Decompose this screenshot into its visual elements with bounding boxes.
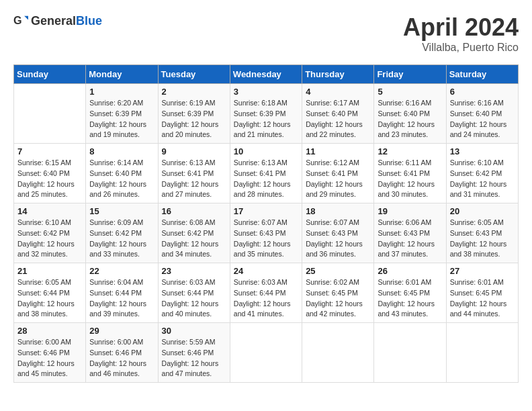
calendar-day-cell: 2Sunrise: 6:19 AMSunset: 6:39 PMDaylight… [158, 84, 230, 144]
day-info: Sunrise: 6:01 AMSunset: 6:45 PMDaylight:… [450, 277, 515, 320]
calendar-day-cell [374, 323, 446, 383]
day-number: 11 [306, 146, 370, 156]
day-info: Sunrise: 6:03 AMSunset: 6:44 PMDaylight:… [234, 277, 298, 320]
day-info: Sunrise: 6:16 AMSunset: 6:40 PMDaylight:… [450, 98, 515, 140]
calendar-day-cell: 23Sunrise: 6:03 AMSunset: 6:44 PMDayligh… [158, 263, 230, 323]
calendar-day-cell: 18Sunrise: 6:07 AMSunset: 6:43 PMDayligh… [302, 203, 374, 263]
day-number: 27 [450, 266, 515, 276]
day-info: Sunrise: 6:10 AMSunset: 6:42 PMDaylight:… [17, 218, 82, 260]
day-info: Sunrise: 6:00 AMSunset: 6:46 PMDaylight:… [89, 337, 154, 379]
day-info: Sunrise: 6:04 AMSunset: 6:44 PMDaylight:… [89, 277, 154, 320]
day-number: 3 [234, 87, 298, 97]
day-info: Sunrise: 6:09 AMSunset: 6:42 PMDaylight:… [89, 218, 154, 260]
day-number: 7 [17, 146, 82, 156]
calendar-day-cell: 10Sunrise: 6:13 AMSunset: 6:41 PMDayligh… [230, 144, 302, 203]
calendar-day-cell: 17Sunrise: 6:07 AMSunset: 6:43 PMDayligh… [230, 203, 302, 263]
calendar-day-cell: 21Sunrise: 6:05 AMSunset: 6:44 PMDayligh… [14, 263, 86, 323]
calendar-day-cell: 11Sunrise: 6:12 AMSunset: 6:41 PMDayligh… [302, 144, 374, 203]
title-block: April 2024 Villalba, Puerto Rico [403, 13, 519, 54]
day-number: 5 [378, 87, 442, 97]
day-number: 24 [234, 266, 298, 276]
calendar-day-cell [230, 323, 302, 383]
weekday-cell: Wednesday [230, 65, 302, 84]
calendar-day-cell: 7Sunrise: 6:15 AMSunset: 6:40 PMDaylight… [14, 144, 86, 203]
calendar-day-cell: 27Sunrise: 6:01 AMSunset: 6:45 PMDayligh… [446, 263, 518, 323]
calendar-week-row: 1Sunrise: 6:20 AMSunset: 6:39 PMDaylight… [14, 84, 519, 144]
day-number: 21 [17, 266, 82, 276]
calendar-day-cell: 29Sunrise: 6:00 AMSunset: 6:46 PMDayligh… [86, 323, 158, 383]
calendar-day-cell: 24Sunrise: 6:03 AMSunset: 6:44 PMDayligh… [230, 263, 302, 323]
day-number: 29 [89, 326, 154, 336]
logo: G GeneralBlue [13, 13, 102, 28]
day-number: 2 [162, 87, 226, 97]
day-info: Sunrise: 6:02 AMSunset: 6:45 PMDaylight:… [306, 277, 370, 320]
day-info: Sunrise: 6:13 AMSunset: 6:41 PMDaylight:… [162, 158, 226, 200]
month-title: April 2024 [403, 13, 519, 42]
calendar-day-cell: 8Sunrise: 6:14 AMSunset: 6:40 PMDaylight… [86, 144, 158, 203]
day-number: 15 [89, 206, 154, 216]
calendar-body: 1Sunrise: 6:20 AMSunset: 6:39 PMDaylight… [14, 84, 519, 383]
day-info: Sunrise: 6:06 AMSunset: 6:43 PMDaylight:… [378, 218, 442, 260]
calendar-day-cell: 3Sunrise: 6:18 AMSunset: 6:39 PMDaylight… [230, 84, 302, 144]
day-number: 26 [378, 266, 442, 276]
calendar-table: SundayMondayTuesdayWednesdayThursdayFrid… [13, 64, 519, 383]
day-info: Sunrise: 6:13 AMSunset: 6:41 PMDaylight:… [234, 158, 298, 200]
calendar-day-cell: 22Sunrise: 6:04 AMSunset: 6:44 PMDayligh… [86, 263, 158, 323]
day-info: Sunrise: 6:11 AMSunset: 6:41 PMDaylight:… [378, 158, 442, 200]
day-info: Sunrise: 6:05 AMSunset: 6:43 PMDaylight:… [450, 218, 515, 260]
day-number: 25 [306, 266, 370, 276]
day-number: 18 [306, 206, 370, 216]
day-info: Sunrise: 6:15 AMSunset: 6:40 PMDaylight:… [17, 158, 82, 200]
calendar-day-cell: 5Sunrise: 6:16 AMSunset: 6:40 PMDaylight… [374, 84, 446, 144]
calendar-day-cell [446, 323, 518, 383]
calendar-day-cell [302, 323, 374, 383]
weekday-cell: Tuesday [158, 65, 230, 84]
day-number: 1 [89, 87, 154, 97]
day-info: Sunrise: 5:59 AMSunset: 6:46 PMDaylight:… [162, 337, 226, 379]
calendar-day-cell: 28Sunrise: 6:00 AMSunset: 6:46 PMDayligh… [14, 323, 86, 383]
weekday-cell: Friday [374, 65, 446, 84]
calendar-day-cell: 4Sunrise: 6:17 AMSunset: 6:40 PMDaylight… [302, 84, 374, 144]
weekday-header-row: SundayMondayTuesdayWednesdayThursdayFrid… [14, 65, 519, 84]
calendar-day-cell: 12Sunrise: 6:11 AMSunset: 6:41 PMDayligh… [374, 144, 446, 203]
day-info: Sunrise: 6:01 AMSunset: 6:45 PMDaylight:… [378, 277, 442, 320]
day-info: Sunrise: 6:05 AMSunset: 6:44 PMDaylight:… [17, 277, 82, 320]
day-number: 17 [234, 206, 298, 216]
day-info: Sunrise: 6:16 AMSunset: 6:40 PMDaylight:… [378, 98, 442, 140]
day-number: 19 [378, 206, 442, 216]
weekday-cell: Saturday [446, 65, 518, 84]
weekday-cell: Thursday [302, 65, 374, 84]
day-number: 4 [306, 87, 370, 97]
calendar-week-row: 28Sunrise: 6:00 AMSunset: 6:46 PMDayligh… [14, 323, 519, 383]
day-number: 14 [17, 206, 82, 216]
day-number: 30 [162, 326, 226, 336]
day-number: 8 [89, 146, 154, 156]
calendar-day-cell: 25Sunrise: 6:02 AMSunset: 6:45 PMDayligh… [302, 263, 374, 323]
day-info: Sunrise: 6:12 AMSunset: 6:41 PMDaylight:… [306, 158, 370, 200]
calendar-day-cell: 9Sunrise: 6:13 AMSunset: 6:41 PMDaylight… [158, 144, 230, 203]
svg-marker-1 [24, 16, 28, 20]
day-number: 28 [17, 326, 82, 336]
calendar-day-cell: 20Sunrise: 6:05 AMSunset: 6:43 PMDayligh… [446, 203, 518, 263]
day-info: Sunrise: 6:17 AMSunset: 6:40 PMDaylight:… [306, 98, 370, 140]
calendar-day-cell: 16Sunrise: 6:08 AMSunset: 6:42 PMDayligh… [158, 203, 230, 263]
logo-general: General [31, 14, 76, 28]
calendar-week-row: 7Sunrise: 6:15 AMSunset: 6:40 PMDaylight… [14, 144, 519, 203]
calendar-week-row: 21Sunrise: 6:05 AMSunset: 6:44 PMDayligh… [14, 263, 519, 323]
svg-text:G: G [13, 14, 22, 26]
page-header: G GeneralBlue April 2024 Villalba, Puert… [13, 13, 519, 54]
day-number: 9 [162, 146, 226, 156]
day-info: Sunrise: 6:14 AMSunset: 6:40 PMDaylight:… [89, 158, 154, 200]
calendar-day-cell: 19Sunrise: 6:06 AMSunset: 6:43 PMDayligh… [374, 203, 446, 263]
day-info: Sunrise: 6:00 AMSunset: 6:46 PMDaylight:… [17, 337, 82, 379]
logo-blue: Blue [76, 14, 102, 28]
day-info: Sunrise: 6:07 AMSunset: 6:43 PMDaylight:… [306, 218, 370, 260]
location-title: Villalba, Puerto Rico [403, 42, 519, 54]
day-number: 16 [162, 206, 226, 216]
day-number: 13 [450, 146, 515, 156]
day-info: Sunrise: 6:08 AMSunset: 6:42 PMDaylight:… [162, 218, 226, 260]
logo-icon: G [13, 13, 28, 28]
calendar-day-cell: 26Sunrise: 6:01 AMSunset: 6:45 PMDayligh… [374, 263, 446, 323]
weekday-cell: Monday [86, 65, 158, 84]
day-info: Sunrise: 6:19 AMSunset: 6:39 PMDaylight:… [162, 98, 226, 140]
